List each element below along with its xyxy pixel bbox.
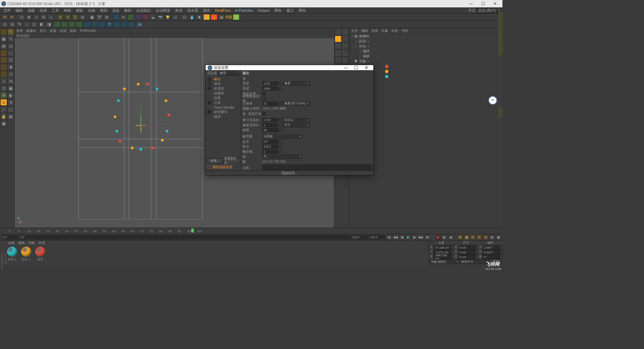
- go-end-button[interactable]: ⏭: [425, 235, 430, 240]
- instance-icon[interactable]: [68, 21, 75, 28]
- live-select-button[interactable]: ▢: [18, 14, 25, 20]
- film-aspect-dropdown[interactable]: 自定义: [283, 118, 310, 122]
- motext-icon[interactable]: T: [106, 21, 113, 28]
- effects-button[interactable]: 效果...: [207, 158, 223, 163]
- fps-field[interactable]: 25: [262, 128, 278, 132]
- lock-icon[interactable]: 🔒: [0, 113, 7, 120]
- om-menu-对象[interactable]: 对象: [381, 29, 388, 33]
- object-克隆[interactable]: -⚙克隆✓✓: [349, 59, 502, 64]
- sphere-object[interactable]: [119, 140, 121, 143]
- object-摄像机[interactable]: +▣摄像机✓✓: [349, 34, 502, 39]
- rp-9[interactable]: [335, 57, 341, 63]
- sphere-object[interactable]: [123, 88, 126, 90]
- object-空白[interactable]: -○空白✓✓: [349, 44, 502, 49]
- model-mode-button[interactable]: ▦: [0, 36, 7, 42]
- om-menu-查看[interactable]: 查看: [371, 29, 378, 33]
- sphere-object[interactable]: [117, 99, 120, 102]
- plugin-b-icon[interactable]: B: [233, 14, 239, 20]
- lock-ratio-checkbox[interactable]: [262, 92, 266, 95]
- layout-dropdown[interactable]: 启动 (用户): [476, 8, 501, 13]
- undo-button[interactable]: [1, 14, 8, 20]
- sec-tool-7[interactable]: ◨: [46, 21, 52, 28]
- poly-select-icon[interactable]: ⬡: [7, 57, 14, 63]
- autokey-button[interactable]: ◐: [442, 235, 447, 240]
- rotate-button[interactable]: ⟳: [40, 14, 47, 20]
- rp-3[interactable]: [335, 36, 341, 42]
- rp-10[interactable]: [342, 57, 348, 63]
- scale-button[interactable]: ⤢: [33, 14, 40, 20]
- edge-mode-button[interactable]: [0, 64, 7, 70]
- dialog-maximize-button[interactable]: ☐: [351, 65, 361, 70]
- pos-key-icon[interactable]: ✥: [458, 235, 463, 240]
- sphere-object[interactable]: [165, 99, 167, 102]
- rp-2[interactable]: [342, 29, 348, 35]
- object-延迟[interactable]: ○延迟✓✓: [349, 39, 502, 44]
- rp-8[interactable]: [342, 50, 348, 56]
- psr-icon[interactable]: PSR: [225, 14, 232, 20]
- menu-realflow[interactable]: RealFlow: [213, 8, 232, 12]
- pixel-aspect-dropdown[interactable]: 平方: [283, 123, 310, 127]
- rs-tree-抗锯齿[interactable]: -抗锯齿: [206, 91, 241, 96]
- dialog-close-button[interactable]: ✕: [361, 65, 371, 70]
- script-icon[interactable]: ▤: [218, 14, 225, 20]
- xparticles-icon[interactable]: ✱: [196, 14, 203, 20]
- menu-网格[interactable]: 网格: [62, 8, 73, 13]
- scale-tool-icon[interactable]: ⤢: [7, 71, 14, 78]
- z-axis-button[interactable]: Z: [72, 14, 78, 20]
- move-tool-icon[interactable]: ✥: [7, 64, 14, 70]
- menu-渲染[interactable]: 渲染: [110, 8, 121, 13]
- camera-button[interactable]: 📷: [157, 14, 164, 20]
- vp-menu-ProRender[interactable]: ProRender: [80, 29, 96, 33]
- end-frame-b-field[interactable]: 120 F: [369, 235, 385, 240]
- dialog-titlebar[interactable]: 渲染设置 — ☐ ✕: [206, 65, 373, 70]
- menu-窗口[interactable]: 窗口: [284, 8, 296, 13]
- prev-frame-button[interactable]: ◀: [399, 235, 405, 240]
- mospline-icon[interactable]: [121, 21, 127, 28]
- deformer-button[interactable]: [142, 14, 149, 20]
- snap-button[interactable]: ⬡: [0, 85, 7, 92]
- sphere-object[interactable]: [115, 130, 118, 133]
- sec-tool-4[interactable]: ⟋: [23, 21, 30, 28]
- sphere-object[interactable]: [152, 147, 154, 149]
- next-frame-button[interactable]: ▶: [412, 235, 417, 240]
- frame-step-field[interactable]: 1: [262, 150, 278, 154]
- s-button[interactable]: S: [0, 99, 7, 106]
- safeframes-icon[interactable]: S: [203, 14, 210, 20]
- viewport-solo-button[interactable]: ◐: [7, 92, 14, 99]
- boole-icon[interactable]: [61, 21, 68, 28]
- sec-tool-2[interactable]: ⊘: [9, 21, 15, 28]
- misc-tool-icon[interactable]: ⬚: [7, 106, 14, 113]
- mat-tool-icon[interactable]: ▦: [0, 120, 7, 127]
- cube-primitive-button[interactable]: [113, 14, 119, 20]
- height-spinner[interactable]: [279, 87, 282, 91]
- frame-range-dropdown[interactable]: 全部帧: [262, 135, 303, 139]
- adapt-data-rate-checkbox[interactable]: ✓: [262, 97, 266, 100]
- sphere-object[interactable]: [131, 147, 133, 149]
- menu-帮助[interactable]: 帮助: [297, 8, 308, 13]
- scale-key-icon[interactable]: ▣: [464, 235, 469, 240]
- menu-工具[interactable]: 工具: [50, 8, 61, 13]
- right-tab-strip-2[interactable]: [498, 107, 502, 117]
- menu-模拟[interactable]: 模拟: [98, 8, 109, 13]
- rs-tree-物理[interactable]: -物理: [206, 114, 241, 119]
- redo-button[interactable]: [9, 14, 15, 20]
- rot-key-icon[interactable]: ⟳: [470, 235, 476, 240]
- material-材质[interactable]: 材质: [34, 247, 46, 264]
- resolution-field[interactable]: 72: [262, 102, 278, 106]
- vp-menu-显示[interactable]: 显示: [40, 29, 46, 33]
- mat-tab-编辑[interactable]: 编辑: [18, 241, 25, 245]
- workplane-button[interactable]: [0, 50, 7, 56]
- cloner-icon[interactable]: [84, 21, 91, 28]
- rp-4[interactable]: [342, 36, 348, 42]
- vp-menu-摄像机[interactable]: 摄像机: [26, 29, 36, 33]
- menu-x-particles[interactable]: X-Particles: [233, 8, 255, 12]
- current-frame-field[interactable]: 0 F: [19, 235, 350, 240]
- menu-文件[interactable]: 文件: [1, 8, 13, 13]
- grid-snap-icon[interactable]: ▦: [7, 85, 14, 92]
- timeline-marker[interactable]: [191, 229, 194, 233]
- om-menu-书签[interactable]: 书签: [401, 29, 408, 33]
- next-key-button[interactable]: ▶▶: [418, 235, 424, 240]
- object-继承[interactable]: ○继承✓✓: [349, 54, 502, 59]
- maximize-button[interactable]: ☐: [477, 0, 489, 7]
- preset-arrow-icon[interactable]: ▸: [243, 77, 246, 80]
